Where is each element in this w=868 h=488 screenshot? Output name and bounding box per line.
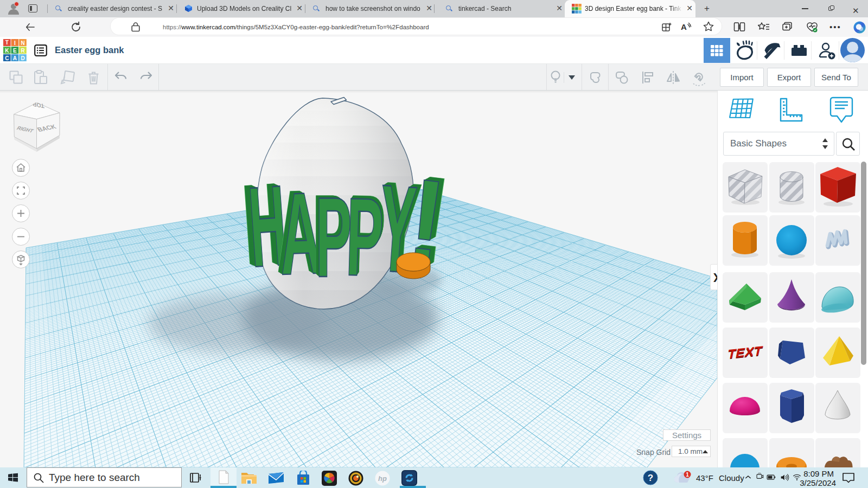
svg-text:D: D xyxy=(21,55,24,61)
svg-text:?: ? xyxy=(648,473,653,483)
svg-text:K: K xyxy=(5,48,9,54)
svg-text:A: A xyxy=(681,22,687,31)
svg-text:T: T xyxy=(5,40,9,46)
svg-text:C: C xyxy=(5,55,9,61)
svg-text:hp: hp xyxy=(378,474,387,483)
svg-text:E: E xyxy=(13,48,17,54)
svg-text:1: 1 xyxy=(686,472,689,478)
svg-text:R: R xyxy=(21,48,25,54)
svg-text:I: I xyxy=(14,40,16,46)
svg-text:A: A xyxy=(13,55,17,61)
svg-text:N: N xyxy=(21,40,24,46)
